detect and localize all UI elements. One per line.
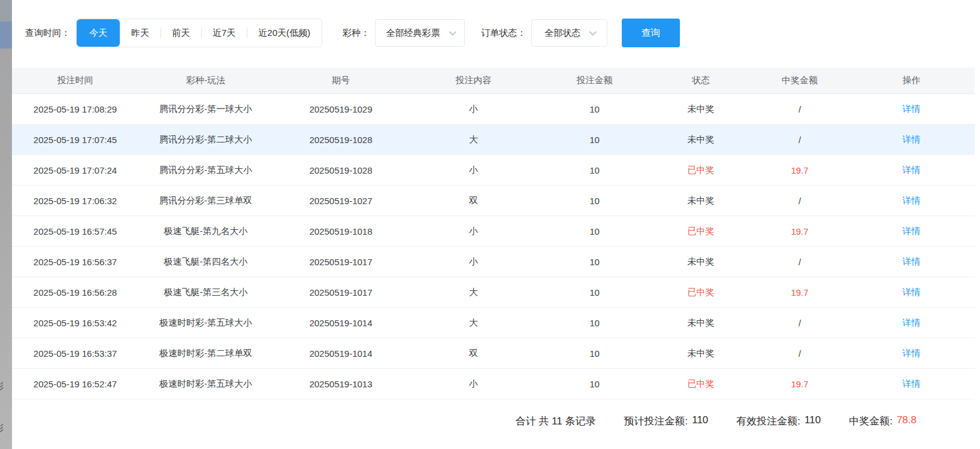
cell-game-play: 极速飞艇-第四名大小	[138, 256, 273, 268]
time-range-button-group: 今天 昨天 前天 近7天 近20天(低频)	[76, 19, 322, 47]
lottery-type-value: 全部经典彩票	[386, 28, 440, 39]
cell-status: 已中奖	[651, 226, 751, 237]
cell-bet-time: 2025-05-19 17:08:29	[12, 104, 138, 114]
detail-link[interactable]: 详情	[903, 317, 921, 327]
cell-bet-content: 小	[409, 256, 539, 268]
detail-link[interactable]: 详情	[903, 134, 921, 144]
header-bet-amount: 投注金额	[539, 75, 651, 86]
cell-status: 未中奖	[651, 195, 751, 207]
cell-game-play: 腾讯分分彩-第五球大小	[138, 165, 273, 176]
time-option-day-before[interactable]: 前天	[161, 19, 201, 47]
cell-bet-amount: 10	[539, 318, 651, 328]
table-row: 2025-05-19 16:53:42 极速时时彩-第五球大小 20250519…	[12, 308, 975, 338]
cell-bet-time: 2025-05-19 17:06:32	[12, 196, 138, 206]
prize-amount-total: 中奖金额: 78.8	[849, 414, 917, 428]
cell-prize-amount: /	[751, 257, 848, 267]
header-status: 状态	[651, 75, 751, 86]
cell-status: 未中奖	[651, 104, 751, 115]
detail-link[interactable]: 详情	[903, 256, 921, 266]
cell-bet-time: 2025-05-19 16:56:28	[12, 287, 138, 298]
time-option-last-7-days[interactable]: 近7天	[201, 19, 247, 47]
cell-bet-time: 2025-05-19 16:52:47	[12, 379, 138, 389]
query-button[interactable]: 查询	[622, 19, 680, 47]
cell-game-play: 腾讯分分彩-第三球单双	[138, 195, 273, 207]
cell-bet-amount: 10	[539, 257, 651, 267]
expected-bet-amount-value: 110	[692, 414, 708, 428]
order-status-select[interactable]: 全部状态	[531, 19, 607, 47]
query-time-label: 查询时间：	[25, 28, 70, 39]
cell-bet-content: 小	[409, 226, 539, 237]
time-option-yesterday[interactable]: 昨天	[120, 19, 161, 47]
cell-prize-amount: /	[751, 348, 848, 359]
cell-bet-time: 2025-05-19 17:07:24	[12, 165, 138, 175]
cell-bet-amount: 10	[539, 226, 651, 236]
valid-bet-amount-value: 110	[804, 414, 821, 428]
cell-status: 未中奖	[651, 134, 751, 145]
lottery-type-label: 彩种：	[343, 28, 370, 39]
cell-game-play: 极速飞艇-第九名大小	[138, 226, 273, 237]
cell-prize-amount: /	[751, 135, 848, 145]
cell-issue: 20250519-1028	[273, 165, 409, 175]
chevron-down-icon	[589, 28, 597, 36]
order-status-label: 订单状态：	[481, 28, 526, 39]
cell-issue: 20250519-1014	[273, 318, 409, 328]
table-row: 2025-05-19 17:06:32 腾讯分分彩-第三球单双 20250519…	[12, 186, 975, 216]
table-row: 2025-05-19 17:07:45 腾讯分分彩-第二球大小 20250519…	[12, 125, 975, 155]
header-issue: 期号	[273, 75, 409, 86]
cell-issue: 20250519-1029	[273, 104, 409, 114]
lottery-type-select[interactable]: 全部经典彩票	[375, 19, 465, 47]
cell-game-play: 腾讯分分彩-第一球大小	[138, 104, 273, 115]
detail-link[interactable]: 详情	[903, 165, 921, 175]
cell-game-play: 极速时时彩-第五球大小	[138, 378, 273, 390]
sidebar-menu-fragment: 彩	[0, 423, 12, 435]
cell-bet-content: 双	[409, 195, 539, 207]
prize-amount-label: 中奖金额:	[849, 414, 893, 428]
table-row: 2025-05-19 16:57:45 极速飞艇-第九名大小 20250519-…	[12, 216, 975, 247]
cell-bet-time: 2025-05-19 16:53:37	[12, 348, 138, 359]
cell-bet-time: 2025-05-19 16:57:45	[12, 226, 138, 236]
order-status-value: 全部状态	[545, 28, 580, 39]
sidebar-menu-fragment: 彩	[0, 381, 12, 393]
main-content: 查询时间： 今天 昨天 前天 近7天 近20天(低频) 彩种： 全部经典彩票 订…	[12, 18, 980, 442]
detail-link[interactable]: 详情	[903, 287, 921, 297]
cell-issue: 20250519-1017	[273, 257, 409, 267]
valid-bet-amount: 有效投注金额: 110	[736, 414, 821, 428]
header-prize-amount: 中奖金额	[751, 75, 848, 86]
header-bet-content: 投注内容	[409, 75, 539, 86]
filter-bar: 查询时间： 今天 昨天 前天 近7天 近20天(低频) 彩种： 全部经典彩票 订…	[12, 18, 980, 48]
cell-bet-amount: 10	[539, 135, 651, 145]
total-records: 合计 共 11 条记录	[516, 414, 596, 428]
cell-status: 未中奖	[651, 348, 751, 359]
sidebar-item-active[interactable]	[0, 22, 12, 48]
cell-game-play: 腾讯分分彩-第二球大小	[138, 134, 273, 145]
detail-link[interactable]: 详情	[903, 195, 921, 205]
table-row: 2025-05-19 16:52:47 极速时时彩-第五球大小 20250519…	[12, 369, 975, 399]
cell-issue: 20250519-1027	[273, 196, 409, 206]
cell-prize-amount: 19.7	[751, 226, 848, 236]
cell-bet-content: 小	[409, 378, 539, 390]
cell-status: 未中奖	[651, 317, 751, 329]
cell-issue: 20250519-1028	[273, 135, 409, 145]
cell-bet-amount: 10	[539, 196, 651, 206]
expected-bet-amount-label: 预计投注金额:	[624, 414, 688, 428]
prize-amount-value: 78.8	[897, 414, 917, 428]
valid-bet-amount-label: 有效投注金额:	[736, 414, 800, 428]
detail-link[interactable]: 详情	[903, 104, 921, 114]
cell-bet-amount: 10	[539, 287, 651, 298]
cell-prize-amount: 19.7	[751, 379, 848, 389]
cell-issue: 20250519-1014	[273, 348, 409, 359]
summary-footer: 合计 共 11 条记录 预计投注金额: 110 有效投注金额: 110 中奖金额…	[12, 399, 980, 442]
time-option-last-20-days[interactable]: 近20天(低频)	[247, 19, 322, 47]
detail-link[interactable]: 详情	[903, 378, 921, 389]
cell-game-play: 极速时时彩-第二球单双	[138, 348, 273, 359]
cell-status: 已中奖	[651, 165, 751, 176]
cell-bet-time: 2025-05-19 16:56:37	[12, 257, 138, 267]
table-header-row: 投注时间 彩种-玩法 期号 投注内容 投注金额 状态 中奖金额 操作	[12, 68, 975, 94]
cell-bet-content: 小	[409, 104, 539, 115]
detail-link[interactable]: 详情	[903, 348, 921, 358]
time-option-today[interactable]: 今天	[77, 19, 120, 47]
cell-bet-amount: 10	[539, 104, 651, 114]
detail-link[interactable]: 详情	[903, 226, 921, 236]
cell-bet-amount: 10	[539, 348, 651, 359]
sidebar-segment-top	[0, 0, 12, 22]
